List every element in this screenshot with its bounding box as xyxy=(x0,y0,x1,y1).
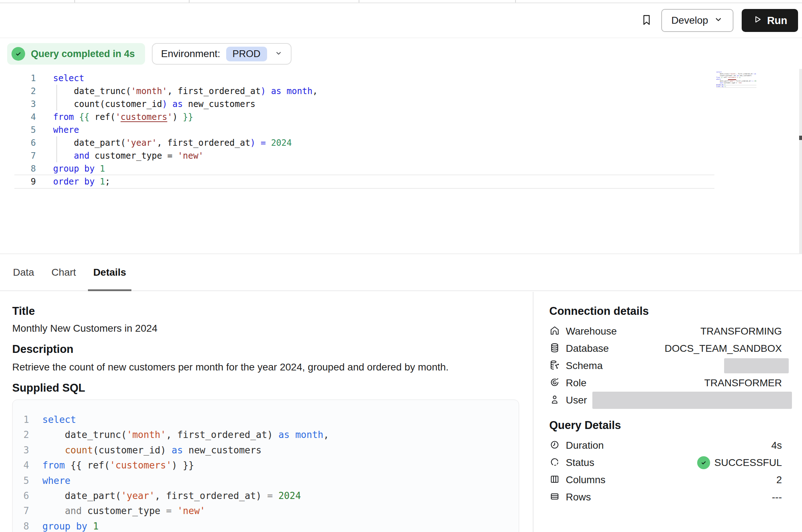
supplied-sql-heading: Supplied SQL xyxy=(12,381,520,395)
develop-button-label: Develop xyxy=(671,15,708,26)
schema-icon xyxy=(549,360,560,372)
line-number: 5 xyxy=(14,123,53,136)
details-side-panel: Connection details Warehouse TRANSFORMIN… xyxy=(533,292,802,532)
line-number: 2 xyxy=(14,85,53,98)
user-row: User xyxy=(549,392,782,409)
code-line-3[interactable]: 3 count(customer_id) as new_customers xyxy=(14,98,714,111)
environment-label: Environment: xyxy=(161,48,220,60)
warehouse-value: TRANSFORMING xyxy=(700,326,782,337)
tab-data-label: Data xyxy=(13,267,34,278)
environment-selector[interactable]: Environment: PROD xyxy=(152,43,292,65)
line-number: 1 xyxy=(13,412,42,427)
role-icon xyxy=(549,377,560,389)
rows-icon xyxy=(549,491,560,503)
sql-editor[interactable]: 1select2 date_trunc('month', first_order… xyxy=(0,67,802,256)
description-heading: Description xyxy=(12,342,520,356)
database-icon xyxy=(549,342,560,355)
status-row: Query completed in 4s Environment: PROD xyxy=(7,43,292,65)
code-line-3: 3 count(customer_id) as new_customers xyxy=(13,443,519,458)
code-line-2: 2 date_trunc('month', first_ordered_at) … xyxy=(13,427,519,442)
check-icon xyxy=(11,47,25,61)
bookmark-icon xyxy=(640,13,653,28)
database-value: DOCS_TEAM_SANDBOX xyxy=(665,343,782,354)
duration-label: Duration xyxy=(566,440,604,451)
role-row: Role TRANSFORMER xyxy=(549,374,782,392)
rows-label: Rows xyxy=(566,491,591,503)
columns-row: Columns 2 xyxy=(549,471,782,489)
supplied-sql-card: 1select2 date_trunc('month', first_order… xyxy=(12,400,519,532)
code-line-5: 5where xyxy=(13,473,519,488)
code-line-5[interactable]: 5where xyxy=(14,123,714,136)
tab-divider xyxy=(359,0,359,3)
line-number: 7 xyxy=(14,149,53,162)
status-label: Status xyxy=(566,457,594,468)
line-number: 7 xyxy=(13,503,42,518)
tab-divider xyxy=(74,0,75,3)
status-row-item: Status SUCCESSFUL xyxy=(549,454,782,471)
code-line-8[interactable]: 8group by 1 xyxy=(14,162,714,175)
editor-code[interactable]: 1select2 date_trunc('month', first_order… xyxy=(14,72,714,188)
run-button[interactable]: Run xyxy=(742,9,798,32)
duration-icon xyxy=(549,439,560,452)
editor-scrollbar[interactable] xyxy=(799,69,802,255)
status-value-text: SUCCESSFUL xyxy=(714,457,782,468)
tab-data[interactable]: Data xyxy=(8,254,39,290)
app-window: Develop Run Query completed in 4s Enviro… xyxy=(0,0,802,532)
code-line-9[interactable]: 9order by 1; xyxy=(14,175,714,188)
code-line-2[interactable]: 2 date_trunc('month', first_ordered_at) … xyxy=(14,85,714,98)
scrollbar-thumb[interactable] xyxy=(799,136,802,140)
warehouse-row: Warehouse TRANSFORMING xyxy=(549,323,782,340)
code-line-7: 7 and customer_type = 'new' xyxy=(13,503,519,518)
develop-button[interactable]: Develop xyxy=(661,9,733,32)
columns-label: Columns xyxy=(566,474,605,486)
description-value: Retrieve the count of new customers per … xyxy=(12,361,520,374)
duration-value: 4s xyxy=(771,440,782,451)
tab-chart-label: Chart xyxy=(51,267,76,278)
columns-value: 2 xyxy=(776,474,782,486)
schema-value-redacted xyxy=(724,358,789,373)
code-line-4[interactable]: 4from {{ ref('customers') }} xyxy=(14,111,714,123)
bookmark-button[interactable] xyxy=(640,13,653,28)
connection-details-heading: Connection details xyxy=(549,304,782,318)
editor-minimap[interactable]: 1select2 date_trunc('month', first_order… xyxy=(716,71,756,92)
rows-value: --- xyxy=(772,491,782,503)
code-line-9: 9order by 1; xyxy=(716,85,756,87)
code-line-1[interactable]: 1select xyxy=(14,72,714,85)
user-value-redacted xyxy=(592,392,792,409)
tab-divider xyxy=(189,0,190,3)
duration-row: Duration 4s xyxy=(549,437,782,454)
toolbar: Develop Run xyxy=(0,3,802,38)
line-number: 6 xyxy=(14,136,53,149)
tab-details[interactable]: Details xyxy=(88,254,132,290)
title-heading: Title xyxy=(12,304,520,318)
user-icon xyxy=(549,394,560,406)
line-number: 2 xyxy=(13,427,42,442)
rows-row: Rows --- xyxy=(549,489,782,506)
status-value: SUCCESSFUL xyxy=(697,456,782,469)
code-line-6[interactable]: 6 date_part('year', first_ordered_at) = … xyxy=(14,136,714,149)
line-number: 4 xyxy=(14,111,53,123)
status-spinner-icon xyxy=(549,457,560,469)
tab-chart[interactable]: Chart xyxy=(46,254,81,290)
title-value: Monthly New Customers in 2024 xyxy=(12,322,520,335)
line-number: 1 xyxy=(14,72,53,85)
play-icon xyxy=(752,14,763,27)
code-line-4: 4from {{ ref('customers') }} xyxy=(13,458,519,473)
query-details-heading: Query Details xyxy=(549,418,782,433)
query-status-text: Query completed in 4s xyxy=(31,48,135,60)
environment-value-badge: PROD xyxy=(226,47,267,61)
success-check-icon xyxy=(697,456,710,469)
chevron-down-icon xyxy=(267,49,283,59)
line-number: 4 xyxy=(13,458,42,473)
details-content: Title Monthly New Customers in 2024 Desc… xyxy=(12,292,520,532)
code-line-8: 8group by 1 xyxy=(13,519,519,532)
code-line-7[interactable]: 7 and customer_type = 'new' xyxy=(14,149,714,162)
line-number: 8 xyxy=(14,162,53,175)
warehouse-label: Warehouse xyxy=(566,326,617,337)
schema-label: Schema xyxy=(566,360,603,372)
line-number: 9 xyxy=(14,175,53,188)
code-line-1: 1select xyxy=(13,412,519,427)
user-label: User xyxy=(566,395,587,406)
role-value: TRANSFORMER xyxy=(704,377,782,389)
warehouse-icon xyxy=(549,325,560,337)
